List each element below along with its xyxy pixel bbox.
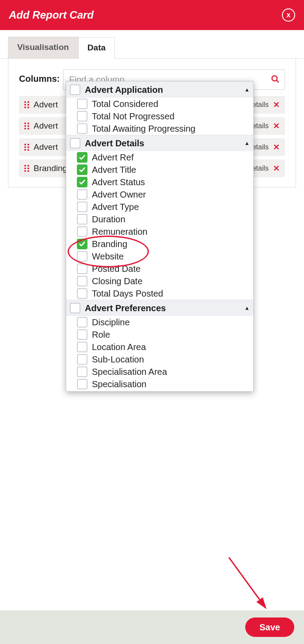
option-checkbox[interactable] <box>77 366 87 377</box>
option-label: Posted Date <box>92 264 141 274</box>
option-label: Discipline <box>92 317 130 328</box>
selected-column-label: Advert <box>34 142 58 152</box>
option-checkbox[interactable] <box>77 226 87 237</box>
modal-header: Add Report Card x <box>0 0 304 30</box>
collapse-icon[interactable]: ▲ <box>244 305 250 311</box>
selected-column-label: Branding <box>34 164 67 173</box>
dropdown-option[interactable]: Posted Date <box>66 263 253 275</box>
dropdown-option[interactable]: Remuneration <box>66 225 253 238</box>
dropdown-option[interactable]: Branding <box>66 238 253 250</box>
drag-handle-icon[interactable] <box>24 165 29 172</box>
group-checkbox[interactable] <box>70 84 80 95</box>
save-button[interactable]: Save <box>245 617 294 637</box>
option-checkbox[interactable] <box>77 251 87 262</box>
option-checkbox[interactable] <box>77 99 87 109</box>
option-label: Branding <box>92 239 127 249</box>
option-checkbox[interactable] <box>77 354 87 365</box>
option-label: Advert Type <box>92 202 139 212</box>
close-icon: x <box>287 11 291 19</box>
option-label: Role <box>92 330 110 340</box>
svg-line-1 <box>277 80 279 83</box>
dropdown-group-header[interactable]: Advert Application ▲ <box>66 81 253 98</box>
drag-handle-icon[interactable] <box>24 122 29 130</box>
option-checkbox[interactable] <box>77 239 87 249</box>
option-label: Closing Date <box>92 276 143 286</box>
dropdown-option[interactable]: Advert Type <box>66 201 253 213</box>
remove-column-button[interactable]: ✕ <box>273 100 280 110</box>
option-checkbox[interactable] <box>77 329 87 340</box>
option-label: Total Considered <box>92 99 158 109</box>
dropdown-option[interactable]: Total Days Posted <box>66 287 253 300</box>
modal-title: Add Report Card <box>9 9 94 21</box>
option-label: Total Days Posted <box>92 289 163 299</box>
option-label: Advert Status <box>92 177 145 187</box>
group-title: Advert Details <box>85 138 240 149</box>
dropdown-option[interactable]: Role <box>66 328 253 341</box>
tab-data[interactable]: Data <box>78 37 115 59</box>
dropdown-option[interactable]: Sub-Location <box>66 353 253 366</box>
option-label: Specialisation <box>92 379 146 389</box>
option-checkbox[interactable] <box>77 276 87 286</box>
remove-column-button[interactable]: ✕ <box>273 121 280 131</box>
dropdown-option[interactable]: Specialisation <box>66 378 253 390</box>
dropdown-option[interactable]: Advert Title <box>66 164 253 176</box>
dropdown-option[interactable]: Location Area <box>66 341 253 353</box>
dropdown-option[interactable]: Total Not Progressed <box>66 110 253 122</box>
dropdown-group-header[interactable]: Advert Preferences ▲ <box>66 300 253 316</box>
close-button[interactable]: x <box>282 8 295 22</box>
data-panel: Columns: Advert Details ✕ Advert Details… <box>8 59 296 187</box>
svg-line-2 <box>229 557 264 606</box>
dropdown-option[interactable]: Total Awaiting Progressing <box>66 122 253 135</box>
dropdown-option[interactable]: Advert Status <box>66 176 253 188</box>
option-checkbox[interactable] <box>77 123 87 134</box>
dropdown-option[interactable]: Duration <box>66 213 253 225</box>
remove-column-button[interactable]: ✕ <box>273 164 280 173</box>
option-checkbox[interactable] <box>77 152 87 163</box>
modal-footer: Save <box>0 610 304 644</box>
selected-column-label: Advert <box>34 121 58 131</box>
option-label: Website <box>92 252 124 262</box>
dropdown-option[interactable]: Website <box>66 250 253 263</box>
option-label: Total Not Progressed <box>92 111 175 122</box>
option-label: Advert Owner <box>92 190 146 200</box>
group-checkbox[interactable] <box>70 138 80 149</box>
group-checkbox[interactable] <box>70 303 80 313</box>
collapse-icon[interactable]: ▲ <box>244 87 250 93</box>
column-dropdown: Advert Application ▲ Total Considered To… <box>66 81 254 392</box>
tab-visualisation[interactable]: Visualisation <box>8 37 78 58</box>
option-label: Sub-Location <box>92 354 144 365</box>
option-label: Total Awaiting Progressing <box>92 124 195 134</box>
option-checkbox[interactable] <box>77 379 87 389</box>
group-title: Advert Application <box>85 85 240 95</box>
selected-column-label: Advert <box>34 100 58 110</box>
group-title: Advert Preferences <box>85 303 240 313</box>
option-label: Specialisation Area <box>92 367 167 377</box>
dropdown-group-header[interactable]: Advert Details ▲ <box>66 135 253 151</box>
annotation-arrow <box>224 553 277 615</box>
drag-handle-icon[interactable] <box>24 101 29 108</box>
option-checkbox[interactable] <box>77 111 87 122</box>
search-icon <box>271 75 280 85</box>
dropdown-option[interactable]: Specialisation Area <box>66 366 253 378</box>
drag-handle-icon[interactable] <box>24 144 29 151</box>
option-checkbox[interactable] <box>77 164 87 175</box>
columns-label: Columns: <box>19 69 60 84</box>
option-checkbox[interactable] <box>77 189 87 200</box>
option-label: Advert Ref <box>92 152 133 163</box>
dropdown-option[interactable]: Total Considered <box>66 98 253 110</box>
collapse-icon[interactable]: ▲ <box>244 140 250 146</box>
option-checkbox[interactable] <box>77 202 87 212</box>
dropdown-option[interactable]: Advert Owner <box>66 188 253 201</box>
option-checkbox[interactable] <box>77 177 87 187</box>
option-checkbox[interactable] <box>77 342 87 352</box>
option-checkbox[interactable] <box>77 263 87 274</box>
option-label: Duration <box>92 214 125 225</box>
option-checkbox[interactable] <box>77 317 87 328</box>
option-label: Location Area <box>92 342 146 352</box>
option-checkbox[interactable] <box>77 288 87 299</box>
dropdown-option[interactable]: Advert Ref <box>66 151 253 164</box>
remove-column-button[interactable]: ✕ <box>273 142 280 152</box>
dropdown-option[interactable]: Closing Date <box>66 275 253 287</box>
dropdown-option[interactable]: Discipline <box>66 316 253 328</box>
option-checkbox[interactable] <box>77 214 87 225</box>
